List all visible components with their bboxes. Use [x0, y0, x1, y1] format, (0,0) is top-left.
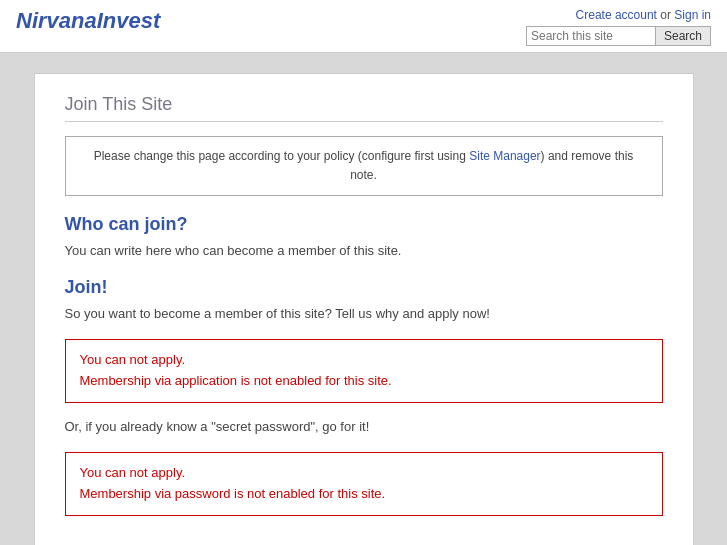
notice-box: Please change this page according to you…: [65, 136, 663, 196]
search-form: Search: [526, 26, 711, 46]
main-content: Join This Site Please change this page a…: [34, 73, 694, 545]
search-input[interactable]: [526, 26, 656, 46]
site-title[interactable]: NirvanaInvest: [16, 8, 160, 34]
header-right: Create account or Sign in Search: [526, 8, 711, 46]
or-text: or: [657, 8, 674, 22]
notice-text-before: Please change this page according to you…: [94, 149, 470, 163]
who-can-join-heading: Who can join?: [65, 214, 663, 235]
error-box-password: You can not apply. Membership via passwo…: [65, 452, 663, 516]
error-application-line2: Membership via application is not enable…: [80, 371, 648, 392]
secret-password-text: Or, if you already know a "secret passwo…: [65, 417, 663, 437]
join-heading: Join!: [65, 277, 663, 298]
error-password-line1: You can not apply.: [80, 463, 648, 484]
create-account-link[interactable]: Create account: [576, 8, 657, 22]
error-box-application: You can not apply. Membership via applic…: [65, 339, 663, 403]
error-application-line1: You can not apply.: [80, 350, 648, 371]
content-wrapper: Join This Site Please change this page a…: [0, 53, 727, 545]
sign-in-link[interactable]: Sign in: [674, 8, 711, 22]
header: NirvanaInvest Create account or Sign in …: [0, 0, 727, 53]
join-intro-text: So you want to become a member of this s…: [65, 304, 663, 324]
who-can-join-text: You can write here who can become a memb…: [65, 241, 663, 261]
header-links: Create account or Sign in: [576, 8, 711, 22]
error-password-line2: Membership via password is not enabled f…: [80, 484, 648, 505]
page-title: Join This Site: [65, 94, 663, 122]
search-button[interactable]: Search: [656, 26, 711, 46]
site-manager-link[interactable]: Site Manager: [469, 149, 540, 163]
